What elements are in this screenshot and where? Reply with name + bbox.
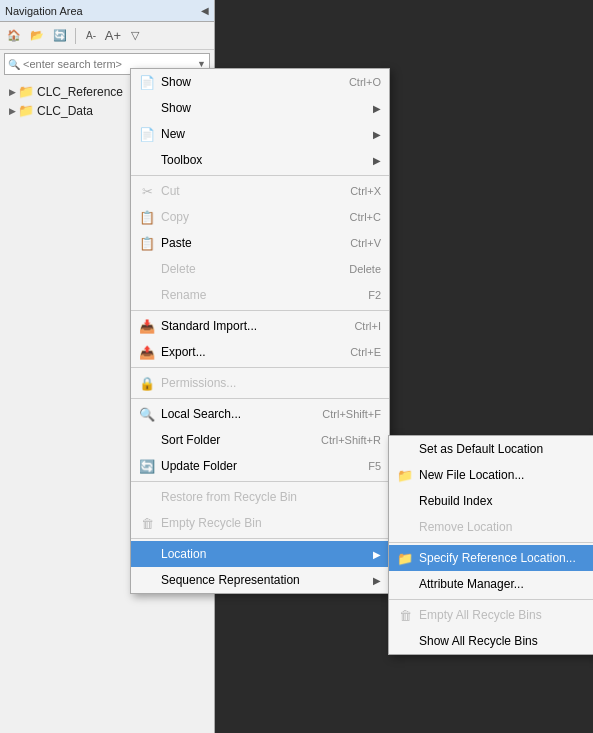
folder-icon: 📁 <box>18 84 34 99</box>
tree-expand-icon[interactable]: ▶ <box>6 86 18 98</box>
context-menu: 📄 Show Ctrl+O Show ▶ 📄 New ▶ Toolbox ▶ ✂… <box>130 68 390 594</box>
tree-item-label: CLC_Data <box>37 104 93 118</box>
nav-title: Navigation Area <box>5 5 83 17</box>
menu-item-new-file-loc[interactable]: 📁 New File Location... <box>389 462 593 488</box>
menu-item-rename: Rename F2 <box>131 282 389 308</box>
search-icon: 🔍 <box>8 59 20 70</box>
menu-item-rebuild-index-label: Rebuild Index <box>419 494 589 508</box>
rename-icon <box>137 285 157 305</box>
location-arrow-icon: ▶ <box>373 549 381 560</box>
menu-item-cut: ✂ Cut Ctrl+X <box>131 178 389 204</box>
menu-item-export-label: Export... <box>161 345 330 359</box>
menu-item-toolbox[interactable]: Toolbox ▶ <box>131 147 389 173</box>
menu-item-show1[interactable]: 📄 Show Ctrl+O <box>131 69 389 95</box>
rebuild-index-icon <box>395 491 415 511</box>
tree-expand-icon[interactable]: ▶ <box>6 105 18 117</box>
seq-rep-icon <box>137 570 157 590</box>
copy-icon: 📋 <box>137 207 157 227</box>
nav-toolbar: 🏠 📂 🔄 A- A+ ▽ <box>0 22 214 50</box>
menu-item-attribute-mgr-label: Attribute Manager... <box>419 577 589 591</box>
menu-item-delete-label: Delete <box>161 262 329 276</box>
menu-item-permissions-label: Permissions... <box>161 376 381 390</box>
cut-icon: ✂ <box>137 181 157 201</box>
menu-item-empty-recycle: 🗑 Empty Recycle Bin <box>131 510 389 536</box>
font-increase-button[interactable]: A+ <box>103 26 123 46</box>
menu-item-show1-shortcut: Ctrl+O <box>349 76 381 88</box>
pin-icon[interactable]: ◀ <box>201 5 209 16</box>
menu-item-seq-rep-label: Sequence Representation <box>161 573 369 587</box>
submenu-separator-2 <box>389 599 593 600</box>
menu-item-update-folder[interactable]: 🔄 Update Folder F5 <box>131 453 389 479</box>
separator-3 <box>131 367 389 368</box>
separator-5 <box>131 481 389 482</box>
show2-icon <box>137 98 157 118</box>
menu-item-local-search-label: Local Search... <box>161 407 302 421</box>
delete-icon <box>137 259 157 279</box>
menu-item-new-file-loc-label: New File Location... <box>419 468 589 482</box>
folder-button[interactable]: 📂 <box>27 26 47 46</box>
font-decrease-button[interactable]: A- <box>81 26 101 46</box>
menu-item-specify-ref[interactable]: 📁 Specify Reference Location... <box>389 545 593 571</box>
menu-item-update-folder-label: Update Folder <box>161 459 348 473</box>
menu-item-empty-recycle-label: Empty Recycle Bin <box>161 516 381 530</box>
menu-item-new-label: New <box>161 127 369 141</box>
location-icon <box>137 544 157 564</box>
menu-item-restore-label: Restore from Recycle Bin <box>161 490 381 504</box>
menu-item-seq-rep[interactable]: Sequence Representation ▶ <box>131 567 389 593</box>
home-button[interactable]: 🏠 <box>4 26 24 46</box>
menu-item-copy: 📋 Copy Ctrl+C <box>131 204 389 230</box>
permissions-icon: 🔒 <box>137 373 157 393</box>
menu-item-show1-label: Show <box>161 75 329 89</box>
menu-item-show2[interactable]: Show ▶ <box>131 95 389 121</box>
seq-rep-arrow-icon: ▶ <box>373 575 381 586</box>
new-file-loc-icon: 📁 <box>395 465 415 485</box>
menu-item-attribute-mgr[interactable]: Attribute Manager... <box>389 571 593 597</box>
paste-icon: 📋 <box>137 233 157 253</box>
toolbar-divider <box>75 28 76 44</box>
empty-recycle-icon: 🗑 <box>137 513 157 533</box>
menu-item-rebuild-index[interactable]: Rebuild Index <box>389 488 593 514</box>
set-default-icon <box>395 439 415 459</box>
menu-item-standard-import[interactable]: 📥 Standard Import... Ctrl+I <box>131 313 389 339</box>
local-search-icon: 🔍 <box>137 404 157 424</box>
menu-item-set-default-label: Set as Default Location <box>419 442 589 456</box>
separator-4 <box>131 398 389 399</box>
menu-item-new[interactable]: 📄 New ▶ <box>131 121 389 147</box>
menu-item-cut-shortcut: Ctrl+X <box>350 185 381 197</box>
submenu-location: Set as Default Location 📁 New File Locat… <box>388 435 593 655</box>
show1-icon: 📄 <box>137 72 157 92</box>
menu-item-copy-label: Copy <box>161 210 330 224</box>
menu-item-show2-label: Show <box>161 101 369 115</box>
empty-all-icon: 🗑 <box>395 605 415 625</box>
tree-item-label: CLC_Reference <box>37 85 123 99</box>
menu-item-paste-shortcut: Ctrl+V <box>350 237 381 249</box>
menu-item-copy-shortcut: Ctrl+C <box>350 211 381 223</box>
menu-item-local-search-shortcut: Ctrl+Shift+F <box>322 408 381 420</box>
restore-icon <box>137 487 157 507</box>
menu-item-sort-folder[interactable]: Sort Folder Ctrl+Shift+R <box>131 427 389 453</box>
toolbox-arrow-icon: ▶ <box>373 155 381 166</box>
menu-item-standard-import-label: Standard Import... <box>161 319 334 333</box>
menu-item-cut-label: Cut <box>161 184 330 198</box>
menu-item-paste-label: Paste <box>161 236 330 250</box>
separator-1 <box>131 175 389 176</box>
show-all-recycle-icon <box>395 631 415 651</box>
menu-item-export-shortcut: Ctrl+E <box>350 346 381 358</box>
refresh-button[interactable]: 🔄 <box>50 26 70 46</box>
menu-item-set-default[interactable]: Set as Default Location <box>389 436 593 462</box>
update-folder-icon: 🔄 <box>137 456 157 476</box>
menu-item-paste[interactable]: 📋 Paste Ctrl+V <box>131 230 389 256</box>
menu-item-location[interactable]: Location ▶ <box>131 541 389 567</box>
menu-item-sort-folder-label: Sort Folder <box>161 433 301 447</box>
menu-item-empty-all-label: Empty All Recycle Bins <box>419 608 589 622</box>
menu-item-remove-loc: Remove Location <box>389 514 593 540</box>
new-icon: 📄 <box>137 124 157 144</box>
remove-loc-icon <box>395 517 415 537</box>
menu-item-show-all-recycle[interactable]: Show All Recycle Bins <box>389 628 593 654</box>
menu-item-local-search[interactable]: 🔍 Local Search... Ctrl+Shift+F <box>131 401 389 427</box>
filter-button[interactable]: ▽ <box>125 26 145 46</box>
menu-item-export[interactable]: 📤 Export... Ctrl+E <box>131 339 389 365</box>
separator-2 <box>131 310 389 311</box>
sort-folder-icon <box>137 430 157 450</box>
export-icon: 📤 <box>137 342 157 362</box>
